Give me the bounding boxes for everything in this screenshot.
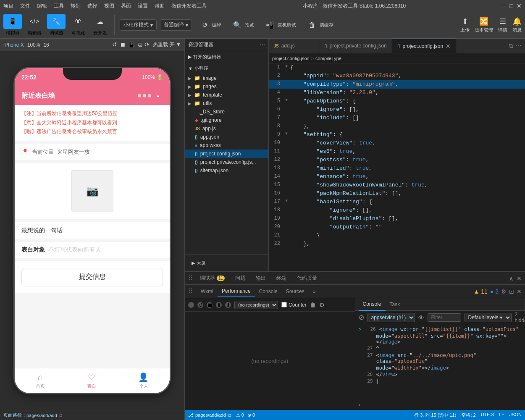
menu-item-wechat[interactable]: 微信开发者工具 (171, 3, 207, 10)
devtools-tab-performance[interactable]: Performance (218, 286, 255, 297)
menu-item-view[interactable]: 视图 (104, 3, 114, 10)
file-project-config[interactable]: {} project.config.json (185, 150, 268, 158)
version-btn-group[interactable]: 🔀 版本管理 (475, 17, 493, 33)
menu-item-interface[interactable]: 界面 (121, 3, 131, 10)
close-tab-icon[interactable]: ✕ (446, 43, 451, 50)
large-section-title[interactable]: ▶ 大厦 (188, 257, 265, 269)
mini-program-section[interactable]: ▼ 小程序 (185, 63, 268, 74)
tab-issues[interactable]: 问题 (230, 272, 251, 285)
menu-item-project[interactable]: 项目 (3, 3, 13, 10)
console-chevron-icon[interactable]: › (359, 402, 360, 408)
console-tab-console[interactable]: Console (359, 298, 386, 311)
collapse-panel-icon[interactable]: ∧ (509, 275, 513, 282)
real-machine-button[interactable]: 📲 真机调试 (261, 18, 299, 33)
close-button[interactable]: ✕ (517, 3, 522, 9)
phone-icon[interactable]: 📱 (128, 41, 135, 48)
upload-record-button[interactable]: ⬆ (216, 302, 222, 308)
eye-icon[interactable]: 👁 (418, 314, 424, 321)
menu-item-goto[interactable]: 转到 (71, 3, 81, 10)
simulator-button[interactable]: 📱 (3, 14, 22, 29)
refresh-record-button[interactable]: ↺ (197, 302, 203, 308)
compile-button[interactable]: ↺ 编译 (195, 18, 225, 33)
menu-item-tools[interactable]: 工具 (54, 3, 64, 10)
file-project-private[interactable]: {} project.private.config.js... (185, 158, 268, 166)
compile-selector[interactable]: 普通编译 ▾ (160, 19, 192, 31)
code-editor[interactable]: 1 ▼ { 2 "appid": "wxa8a0987b05074943", 3… (269, 63, 525, 271)
tab-project-config[interactable]: {} project.config.json ✕ (392, 39, 456, 53)
close-panel-icon[interactable]: ✕ (517, 275, 522, 282)
clean-cache-button[interactable]: 🗑 清缓存 (303, 18, 337, 33)
counter-settings-icon[interactable]: ⚙ (319, 302, 325, 308)
photo-section[interactable]: 📷 (15, 163, 170, 219)
log-level-selector[interactable]: Default levels ▾ (465, 313, 512, 322)
devtools-close-icon[interactable]: ✕ (517, 288, 522, 295)
file-app-json[interactable]: {} app.json (185, 133, 268, 141)
menu-item-file[interactable]: 文件 (20, 3, 30, 10)
tab-output[interactable]: 输出 (251, 272, 271, 285)
footer-item-confess[interactable]: ♡ 表白 (87, 372, 96, 389)
counter-checkbox[interactable] (281, 302, 287, 307)
message-btn-group[interactable]: 🔔 消息 (512, 17, 522, 33)
tab-project-private[interactable]: {} project.private.config.json (319, 39, 392, 53)
devtools-tab-more[interactable]: » (309, 287, 320, 296)
devtools-tab-console[interactable]: Console (255, 287, 282, 296)
split-editor-icon[interactable]: ⧉ (509, 42, 513, 50)
tab-add-js[interactable]: JS add.js (269, 39, 319, 53)
footer-item-home[interactable]: ⌂ 首页 (36, 373, 45, 389)
visual-button[interactable]: 👁 (69, 14, 87, 29)
menu-item-help[interactable]: 帮助 (155, 3, 165, 10)
recording-selector[interactable]: (no recordings) (234, 301, 278, 309)
file-gitignore[interactable]: ◆ .gitignore (185, 116, 268, 124)
open-editors-section[interactable]: ▶ 打开的编辑器 (185, 51, 268, 63)
appservice-selector[interactable]: appservice (#1) (368, 313, 415, 322)
tab-debugger[interactable]: 调试器 11 (195, 272, 230, 285)
dot-btn-1[interactable] (138, 94, 141, 97)
file-sitemap[interactable]: {} sitemap.json (185, 166, 268, 175)
submit-button[interactable]: 提交信息 (21, 268, 163, 286)
file-app-js[interactable]: JS app.js (185, 124, 268, 133)
copy-path-icon[interactable]: ⧉ (59, 412, 62, 418)
upload-btn-group[interactable]: ⬆ 上传 (460, 17, 470, 33)
detail-btn-group[interactable]: ☰ 详情 (498, 17, 507, 33)
download-record-button[interactable]: ⬇ (225, 302, 231, 308)
dot-btn-3[interactable] (148, 94, 151, 97)
new-file-icon[interactable]: ⋯ (260, 42, 265, 48)
tab-terminal[interactable]: 终端 (271, 272, 292, 285)
file-ds-store[interactable]: · ._DS_Store (185, 108, 268, 116)
menu-item-select[interactable]: 选择 (87, 3, 97, 10)
stop-icon[interactable]: ⏹ (120, 41, 126, 48)
dot-btn-2[interactable] (143, 94, 146, 97)
folder-pages[interactable]: ▶ 📁 pages (185, 82, 268, 91)
devtools-tab-wxml[interactable]: Wxml (197, 287, 218, 296)
devtools-tab-sources[interactable]: Sources (282, 287, 309, 296)
cloud-button[interactable]: ☁ (91, 14, 109, 29)
folder-image[interactable]: ▶ 📁 image (185, 74, 268, 82)
editor-button[interactable]: </> (25, 14, 44, 29)
trash-icon[interactable]: 🗑 (310, 302, 316, 308)
minimize-button[interactable]: ─ (502, 3, 507, 9)
hot-reload-toggle[interactable]: 热重载 开 ▼ (153, 41, 181, 48)
record-button[interactable] (188, 302, 194, 308)
copy-status-icon[interactable]: ⧉ (228, 412, 231, 418)
mode-selector[interactable]: 小程序模式 ▾ (120, 19, 157, 31)
devtools-dock-icon[interactable]: ⊡ (509, 288, 514, 295)
more-tabs-icon[interactable]: ⋯ (516, 42, 522, 49)
maximize-button[interactable]: □ (510, 3, 513, 9)
stop-record-button[interactable]: ⏹ (207, 302, 213, 308)
sentence-section[interactable]: 最想说的一句话 (15, 222, 170, 239)
record-icon[interactable]: ● (153, 91, 163, 101)
copy-icon[interactable]: ⧉ (138, 41, 142, 48)
menu-item-settings[interactable]: 设置 (138, 3, 148, 10)
debugger-button[interactable]: 🔧 (47, 14, 66, 29)
menu-item-edit[interactable]: 编辑 (37, 3, 47, 10)
tab-code-quality[interactable]: 代码质量 (292, 272, 323, 285)
rotate-icon[interactable]: ⟳ (144, 41, 150, 48)
filter-input[interactable] (428, 313, 461, 322)
file-app-wxss[interactable]: ≡ app.wxss (185, 141, 268, 150)
devtools-settings-icon[interactable]: ⚙ (501, 288, 507, 295)
block-icon[interactable]: ⊘ (359, 313, 364, 321)
folder-template[interactable]: ▶ 📁 template (185, 91, 268, 99)
preview-button[interactable]: 🔍 预览 (228, 18, 257, 33)
console-tab-task[interactable]: Task (386, 298, 404, 311)
refresh-icon[interactable]: ↺ (112, 41, 117, 48)
